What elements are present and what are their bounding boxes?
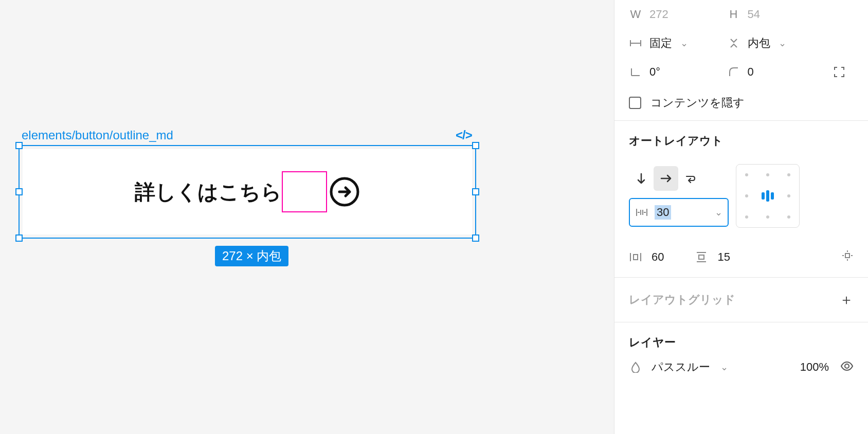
app-root: elements/button/outline_md </> 詳しくはこちら <box>0 0 868 434</box>
spacing-highlight <box>282 171 327 212</box>
vertical-padding-value: 15 <box>717 250 730 264</box>
direction-wrap-button[interactable] <box>678 166 703 191</box>
angle-icon <box>629 67 642 77</box>
layout-grid-title: レイアウトグリッド <box>629 292 735 308</box>
button-content-row: 詳しくはこちら <box>135 171 360 212</box>
add-layout-grid-button[interactable]: ＋ <box>839 290 854 310</box>
spacing-icon <box>635 207 648 218</box>
svg-rect-1 <box>634 255 638 260</box>
width-mode-value: 固定 <box>649 35 672 51</box>
width-field[interactable]: W 272 <box>629 0 722 29</box>
resize-handle-ml[interactable] <box>15 188 23 195</box>
opacity-value[interactable]: 100% <box>800 360 829 374</box>
blend-mode-dropdown[interactable]: パススルー ⌄ <box>629 359 728 375</box>
width-mode-dropdown[interactable]: 固定 ⌄ <box>629 29 722 58</box>
alignment-center-icon <box>762 190 774 202</box>
transform-section: W 272 H 54 固定 ⌄ <box>614 0 868 121</box>
width-label: W <box>629 8 642 21</box>
arrow-right-circle-icon <box>329 176 360 207</box>
height-mode-icon <box>727 38 740 48</box>
width-mode-icon <box>629 40 642 47</box>
clip-content-label: コンテンツを隠す <box>650 95 745 111</box>
layer-section: レイヤー パススルー ⌄ 100% <box>614 322 868 385</box>
clip-content-checkbox[interactable] <box>629 97 641 109</box>
direction-horizontal-button[interactable] <box>654 166 678 191</box>
chevron-down-icon[interactable]: ⌄ <box>715 207 722 218</box>
canvas[interactable]: elements/button/outline_md </> 詳しくはこちら <box>0 0 614 434</box>
blend-mode-value: パススルー <box>652 359 710 375</box>
horizontal-padding-value: 60 <box>652 250 664 264</box>
independent-corners-button[interactable] <box>825 58 854 86</box>
autolayout-section: オートレイアウト <box>614 121 868 278</box>
blend-mode-icon <box>629 361 642 373</box>
corner-radius-field[interactable]: 0 <box>727 58 820 86</box>
width-value: 272 <box>649 8 668 21</box>
autolayout-title: オートレイアウト <box>629 133 723 149</box>
height-field[interactable]: H 54 <box>727 0 820 29</box>
component-name-label[interactable]: elements/button/outline_md <box>22 128 173 142</box>
independent-padding-button[interactable] <box>841 249 854 265</box>
selection-frame[interactable]: 詳しくはこちら <box>19 145 476 239</box>
dimensions-badge: 272 × 内包 <box>215 246 288 266</box>
direction-vertical-button[interactable] <box>629 166 654 191</box>
item-spacing-input[interactable]: 30 ⌄ <box>629 198 729 227</box>
vertical-padding-icon <box>695 251 708 263</box>
svg-point-4 <box>845 364 849 368</box>
layer-section-title: レイヤー <box>629 335 676 350</box>
resize-handle-tr[interactable] <box>472 142 479 149</box>
visibility-toggle-icon[interactable] <box>840 360 854 374</box>
svg-rect-2 <box>699 255 704 259</box>
svg-rect-3 <box>845 254 849 258</box>
resize-handle-tl[interactable] <box>15 142 23 149</box>
dev-mode-icon[interactable]: </> <box>456 128 472 142</box>
resize-handle-mr[interactable] <box>472 188 479 195</box>
rotation-value: 0° <box>649 65 660 79</box>
item-spacing-value: 30 <box>655 205 671 220</box>
rotation-field[interactable]: 0° <box>629 58 722 86</box>
corner-radius-icon <box>727 67 740 77</box>
resize-handle-br[interactable] <box>472 234 479 242</box>
button-text: 詳しくはこちら <box>135 178 282 206</box>
height-label: H <box>727 8 740 21</box>
chevron-down-icon: ⌄ <box>779 38 786 49</box>
vertical-padding-field[interactable]: 15 <box>695 250 730 264</box>
direction-buttons <box>629 166 703 191</box>
height-value: 54 <box>748 8 760 21</box>
height-mode-dropdown[interactable]: 内包 ⌄ <box>727 29 820 58</box>
button-component[interactable]: 詳しくはこちら <box>23 149 472 234</box>
chevron-down-icon: ⌄ <box>720 361 728 373</box>
horizontal-padding-icon <box>629 252 642 262</box>
resize-handle-bl[interactable] <box>15 234 23 242</box>
horizontal-padding-field[interactable]: 60 <box>629 250 664 264</box>
inspector-panel: W 272 H 54 固定 ⌄ <box>614 0 868 434</box>
height-mode-value: 内包 <box>748 35 770 51</box>
clip-content-row[interactable]: コンテンツを隠す <box>614 98 868 120</box>
corner-radius-value: 0 <box>748 65 754 79</box>
layout-grid-section: レイアウトグリッド ＋ <box>614 278 868 322</box>
alignment-grid[interactable] <box>736 164 800 228</box>
chevron-down-icon: ⌄ <box>680 38 688 49</box>
